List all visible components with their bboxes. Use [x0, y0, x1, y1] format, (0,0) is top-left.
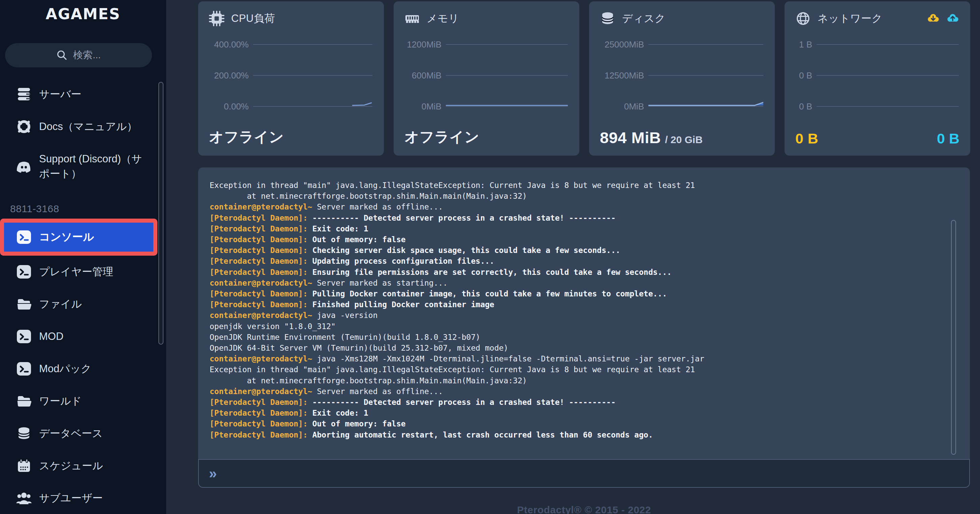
- console-line: OpenJDK 64-Bit Server VM (Temurin)(build…: [210, 343, 956, 353]
- console-line-text: Server marked as offline...: [317, 387, 443, 396]
- axis-gridline-row: 200.00%: [209, 70, 372, 81]
- stat-card-network: ネットワーク1 B0 B0 B0 B0 B: [784, 2, 970, 155]
- axis-tick-label: 12500MiB: [600, 70, 644, 81]
- sidebar-item-docs-[interactable]: Docs（マニュアル）: [0, 111, 166, 143]
- card-title: メモリ: [426, 11, 459, 25]
- console-line-text: openjdk version "1.8.0_312": [210, 322, 336, 331]
- axis-gridline-row: 0 B: [795, 70, 959, 81]
- daemon-prefix: [Pterodactyl Daemon]:: [210, 268, 308, 276]
- console-line-text: java -Xms128M -Xmx1024M -Dterminal.jline…: [317, 354, 704, 363]
- console-line-text: Finished pulling Docker container image: [312, 300, 495, 309]
- daemon-prefix: [Pterodactyl Daemon]:: [210, 214, 308, 222]
- console-line: [Pterodactyl Daemon]: Pulling Docker con…: [210, 288, 956, 299]
- axis-tick-label: 0MiB: [600, 102, 644, 112]
- sidebar-item--[interactable]: コンソール: [4, 223, 153, 252]
- sidebar-scrollbar[interactable]: [158, 82, 164, 344]
- sidebar-item--[interactable]: サブユーザー: [0, 482, 166, 514]
- cpu-sparkline: [352, 101, 372, 108]
- console-line: openjdk version "1.8.0_312": [210, 321, 956, 332]
- card-header: CPU負荷: [209, 11, 373, 26]
- container-prompt-prefix: container@pterodactyl~: [210, 279, 312, 287]
- sidebar-item-label: プレイヤー管理: [39, 265, 113, 279]
- console-line: container@pterodactyl~ Server marked as …: [210, 386, 956, 397]
- console-line: at net.minecraftforge.bootstrap.shim.Mai…: [210, 375, 956, 386]
- container-prompt-prefix: container@pterodactyl~: [210, 387, 312, 396]
- users-icon: [16, 490, 32, 506]
- sidebar-item-label: Support (Discord)（サポート）: [39, 152, 150, 181]
- network-direction-icons: [926, 13, 959, 25]
- sidebar-item--[interactable]: データベース: [0, 417, 166, 450]
- axis-tick-label: 25000MiB: [600, 40, 644, 50]
- disk-usage-value: 894 MiB/ 20 GiB: [600, 128, 703, 147]
- stat-card-cpu-load: CPU負荷400.00%200.00%0.00%オフライン: [198, 2, 384, 155]
- console-line-text: Pulling Docker container image, this cou…: [312, 289, 667, 298]
- cloud-download-icon: [926, 13, 940, 25]
- console-line-text: Ensuring file permissions are set correc…: [312, 268, 671, 276]
- gridline: [648, 44, 763, 45]
- axis-tick-label: 0 B: [795, 102, 812, 112]
- container-prompt-prefix: container@pterodactyl~: [210, 202, 312, 211]
- sidebar-item-support-discord-[interactable]: Support (Discord)（サポート）: [0, 143, 166, 190]
- console-line: [Pterodactyl Daemon]: Updating process c…: [210, 255, 956, 267]
- console-line: [Pterodactyl Daemon]: Exit code: 1: [210, 223, 956, 234]
- console-line: OpenJDK Runtime Environment (Temurin)(bu…: [210, 332, 956, 343]
- sidebar-item--[interactable]: スケジュール: [0, 450, 166, 482]
- console-line-text: Aborting automatic restart, last crash o…: [312, 430, 653, 439]
- console-line-text: OpenJDK Runtime Environment (Temurin)(bu…: [210, 333, 480, 341]
- daemon-prefix: [Pterodactyl Daemon]:: [210, 409, 308, 417]
- card-title: ディスク: [622, 11, 666, 25]
- axis-tick-label: 1 B: [795, 40, 812, 50]
- sidebar-item-label: MOD: [39, 330, 64, 343]
- console-scrollbar[interactable]: [951, 220, 956, 455]
- daemon-prefix: [Pterodactyl Daemon]:: [210, 235, 308, 244]
- daemon-prefix: [Pterodactyl Daemon]:: [210, 300, 308, 309]
- disk-limit-value: / 20 GiB: [665, 134, 703, 146]
- console-line: container@pterodactyl~ java -version: [210, 310, 956, 320]
- globe-icon: [795, 11, 811, 26]
- sidebar-item--[interactable]: ファイル: [0, 288, 166, 320]
- console-line-text: ---------- Detected server process in a …: [312, 214, 616, 222]
- axis-tick-label: 0MiB: [404, 102, 441, 112]
- sidebar-item-mod-[interactable]: Modパック: [0, 353, 166, 385]
- console-line-text: Updating process configuration files...: [312, 257, 495, 265]
- console-line-text: Exception in thread "main" java.lang.Ill…: [210, 181, 695, 190]
- sidebar-item-label: Modパック: [39, 362, 91, 376]
- gridline: [816, 106, 959, 107]
- axis-gridline-row: 600MiB: [404, 70, 568, 81]
- sidebar-item-label: サブユーザー: [39, 491, 103, 505]
- axis-tick-label: 0.00%: [209, 102, 249, 112]
- active-item-highlight-frame: コンソール: [0, 219, 158, 255]
- sidebar-item-label: ファイル: [39, 297, 82, 311]
- database-icon: [600, 11, 616, 26]
- folder-icon: [16, 297, 32, 312]
- axis-gridline-row: 25000MiB: [600, 38, 763, 51]
- container-prompt-prefix: container@pterodactyl~: [210, 354, 312, 363]
- console-line-text: Exception in thread "main" java.lang.Ill…: [210, 365, 695, 374]
- console-line: [Pterodactyl Daemon]: Finished pulling D…: [210, 299, 956, 310]
- console-line-text: Exit code: 1: [312, 224, 368, 233]
- sidebar: AGAMES 検索... サーバー Docs（マニュアル） Support (D…: [0, 0, 166, 514]
- server-id-label: 8811-3168: [0, 202, 166, 216]
- console-line-text: Server marked as starting...: [317, 279, 448, 287]
- card-title: ネットワーク: [818, 11, 883, 25]
- sidebar-item--[interactable]: ワールド: [0, 385, 166, 417]
- console-line-text: java -version: [317, 311, 378, 320]
- console-line-text: Exit code: 1: [312, 409, 368, 417]
- sidebar-item-mod[interactable]: MOD: [0, 320, 166, 353]
- console-panel: Exception in thread "main" java.lang.Ill…: [198, 167, 970, 488]
- search-icon: [56, 49, 68, 61]
- command-input[interactable]: [226, 469, 959, 478]
- sidebar-item--[interactable]: サーバー: [0, 78, 166, 111]
- ram-icon: [404, 11, 420, 26]
- console-line: container@pterodactyl~ Server marked as …: [210, 201, 956, 212]
- sidebar-item--[interactable]: プレイヤー管理: [0, 255, 166, 288]
- stat-card-disk: ディスク25000MiB12500MiB0MiB894 MiB/ 20 GiB: [589, 2, 775, 155]
- console-line: Exception in thread "main" java.lang.Ill…: [210, 180, 956, 190]
- gridline: [253, 44, 372, 45]
- gridline: [648, 75, 763, 76]
- card-header: ネットワーク: [795, 11, 959, 26]
- card-title: CPU負荷: [231, 11, 275, 25]
- axis-tick-label: 600MiB: [404, 70, 441, 81]
- search-input[interactable]: 検索...: [5, 43, 152, 67]
- calendar-icon: [16, 458, 32, 474]
